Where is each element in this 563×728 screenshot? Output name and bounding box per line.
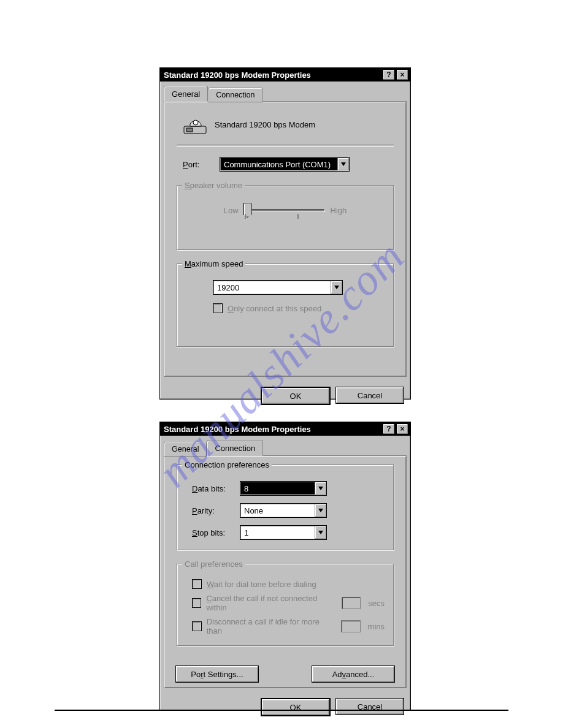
slider-low-label: Low [224,206,239,215]
speaker-volume-legend: Speaker volume [182,181,245,190]
port-label: Port: [183,160,220,169]
max-speed-value: 19200 [213,283,331,292]
disconnect-idle-label: Disconnect a call if idle for more than [207,617,334,635]
svg-marker-7 [318,531,323,534]
stop-bits-value: 1 [240,528,315,537]
speaker-volume-slider [245,209,324,211]
dropdown-button[interactable] [331,281,342,294]
chevron-down-icon [318,509,323,512]
disconnect-idle-unit: mins [368,622,385,631]
dropdown-button[interactable] [337,158,349,170]
call-preferences-legend: Call preferences [182,559,245,569]
modem-properties-dialog-connection: Standard 19200 bps Modem Properties ? × … [159,422,411,711]
svg-marker-6 [318,509,323,512]
connection-preferences-legend: Connection preferences [182,460,272,469]
tab-panel-connection: Connection preferences Data bits: 8 Pari… [164,455,407,688]
svg-point-2 [193,120,198,125]
tab-strip: General Connection [160,85,410,101]
advanced-button[interactable]: Advanced... [312,665,395,683]
slider-tick [245,214,246,219]
port-settings-button[interactable]: Port Settings... [175,665,259,683]
close-icon: × [400,425,404,433]
port-select[interactable]: Communications Port (COM1) [220,157,350,172]
close-button[interactable]: × [396,423,408,434]
dropdown-button[interactable] [315,504,326,517]
help-icon: ? [386,425,391,433]
help-button[interactable]: ? [383,69,395,80]
tab-connection[interactable]: Connection [207,440,263,456]
dialog-title: Standard 19200 bps Modem Properties [164,70,381,80]
wait-dialtone-checkbox [192,579,202,589]
ok-button[interactable]: OK [261,698,331,716]
dropdown-button[interactable] [315,482,326,495]
maximum-speed-group: Maximum speed 19200 Only connect at this… [177,264,394,347]
tab-connection[interactable]: Connection [208,88,262,102]
ok-button[interactable]: OK [261,387,331,405]
tab-strip: General Connection [160,439,410,455]
close-button[interactable]: × [396,69,408,80]
slider-high-label: High [331,206,347,215]
titlebar[interactable]: Standard 19200 bps Modem Properties ? × [160,68,410,82]
only-connect-label: Only connect at this speed [228,304,321,313]
parity-select[interactable]: None [240,503,327,518]
chevron-down-icon [318,487,323,490]
svg-marker-4 [334,286,339,289]
data-bits-select[interactable]: 8 [240,481,327,496]
cancel-call-seconds-input [342,597,361,609]
svg-marker-3 [341,162,346,166]
call-preferences-group: Call preferences Wait for dial tone befo… [177,564,394,646]
data-bits-value: 8 [240,484,315,493]
parity-value: None [240,506,315,515]
dropdown-button[interactable] [315,526,326,539]
tab-panel-general: Standard 19200 bps Modem Port: Communica… [164,101,407,377]
svg-rect-1 [186,128,193,132]
cancel-call-checkbox [192,598,201,608]
slider-tick [297,214,299,219]
data-bits-label: Data bits: [192,484,235,493]
cancel-call-label: Cancel the call if not connected within [206,594,334,612]
help-button[interactable]: ? [383,423,395,434]
chevron-down-icon [318,531,323,534]
page-footer-rule [55,710,508,711]
cancel-button[interactable]: Cancel [335,387,404,404]
tab-general[interactable]: General [164,442,207,457]
cancel-call-unit: secs [368,599,385,608]
wait-dialtone-label: Wait for dial tone before dialing [207,580,316,589]
modem-properties-dialog-general: Standard 19200 bps Modem Properties ? × … [159,67,411,400]
titlebar[interactable]: Standard 19200 bps Modem Properties ? × [160,422,410,436]
close-icon: × [400,71,404,78]
cancel-button[interactable]: Cancel [335,698,404,715]
modem-name-label: Standard 19200 bps Modem [215,120,315,129]
modem-icon [183,113,207,136]
only-connect-checkbox [213,303,223,313]
disconnect-idle-checkbox [192,621,202,631]
tab-general[interactable]: General [164,86,208,102]
port-select-value: Communications Port (COM1) [220,160,337,169]
dialog-title: Standard 19200 bps Modem Properties [164,425,381,434]
disconnect-idle-minutes-input [341,620,360,632]
stop-bits-label: Stop bits: [192,528,235,537]
maximum-speed-legend: Maximum speed [182,259,245,268]
max-speed-select[interactable]: 19200 [213,280,343,295]
speaker-volume-group: Speaker volume Low High [177,185,394,250]
stop-bits-select[interactable]: 1 [240,525,327,540]
connection-preferences-group: Connection preferences Data bits: 8 Pari… [177,464,394,550]
help-icon: ? [386,71,391,78]
parity-label: Parity: [192,506,235,515]
chevron-down-icon [334,286,339,289]
svg-marker-5 [318,487,323,490]
chevron-down-icon [341,162,346,166]
